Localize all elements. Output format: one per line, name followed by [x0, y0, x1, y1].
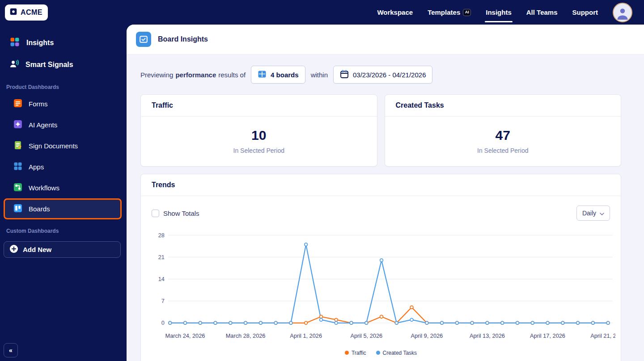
nav-all-teams-label: All Teams	[526, 8, 558, 16]
smart-signals-icon	[9, 59, 19, 71]
nav-workspace[interactable]: Workspace	[377, 0, 413, 25]
sidebar-item-insights[interactable]: Insights	[0, 32, 127, 54]
svg-text:28: 28	[158, 232, 165, 239]
acme-logo-text: ACME	[21, 8, 42, 17]
sidebar-item-ai-agents[interactable]: AI Agents	[4, 114, 122, 135]
boards-select-button[interactable]: 4 boards	[251, 66, 305, 84]
sidebar-item-boards-label: Boards	[29, 205, 50, 213]
trends-card-title: Trends	[141, 174, 621, 196]
chart-legend: Traffic Created Tasks	[141, 350, 621, 356]
svg-text:0: 0	[161, 319, 165, 326]
workflows-icon	[13, 182, 23, 193]
sign-documents-icon	[13, 140, 23, 151]
traffic-legend-label: Traffic	[352, 350, 366, 356]
svg-text:21: 21	[158, 254, 165, 260]
traffic-card: Traffic 10 In Selected Period	[140, 94, 377, 167]
preview-prefix: Previewing	[140, 71, 173, 79]
sidebar-item-forms[interactable]: Forms	[4, 93, 122, 114]
svg-text:April 13, 2026: April 13, 2026	[470, 332, 505, 339]
calendar-icon	[340, 70, 349, 80]
traffic-caption: In Selected Period	[141, 147, 377, 154]
show-totals-checkbox[interactable]	[152, 210, 159, 217]
page-title: Board Insights	[158, 35, 208, 43]
interval-select-value: Daily	[582, 210, 596, 217]
created-tasks-legend-dot	[376, 351, 380, 355]
svg-text:April 9, 2026: April 9, 2026	[411, 332, 443, 339]
sidebar-item-forms-label: Forms	[29, 100, 48, 108]
show-totals-label: Show Totals	[163, 210, 199, 217]
sidebar-item-sign-documents[interactable]: Sign Documents	[4, 135, 122, 156]
svg-text:March 24, 2026: March 24, 2026	[165, 332, 205, 339]
main-panel: Board Insights Previewing performance re…	[127, 25, 644, 361]
app-root: ACME Workspace Templates AI Insights All…	[0, 0, 644, 361]
main-content: Previewing performance results of 4 boar…	[127, 55, 644, 361]
preview-emphasis: performance	[175, 71, 216, 79]
legend-item-created-tasks[interactable]: Created Tasks	[376, 350, 417, 356]
sidebar-item-insights-label: Insights	[26, 39, 54, 47]
sidebar: Insights Smart Signals Product Dashboard…	[0, 25, 127, 361]
preview-filter-bar: Previewing performance results of 4 boar…	[140, 66, 621, 84]
created-tasks-card-title: Created Tasks	[385, 95, 621, 117]
traffic-card-title: Traffic	[141, 95, 377, 117]
preview-suffix: results of	[218, 71, 246, 79]
nav-all-teams[interactable]: All Teams	[526, 0, 558, 25]
date-range-button[interactable]: 03/23/2026 - 04/21/2026	[333, 66, 432, 84]
ai-badge: AI	[463, 9, 471, 16]
boards-select-label: 4 boards	[271, 71, 299, 79]
within-label: within	[311, 71, 328, 79]
boards-icon	[13, 203, 23, 214]
page-header: Board Insights	[127, 25, 644, 55]
topbar: ACME Workspace Templates AI Insights All…	[0, 0, 644, 25]
acme-logo[interactable]: ACME	[5, 4, 48, 21]
svg-text:14: 14	[158, 276, 165, 282]
top-nav: Workspace Templates AI Insights All Team…	[377, 0, 632, 25]
created-tasks-caption: In Selected Period	[385, 147, 621, 154]
apps-icon	[13, 161, 23, 172]
traffic-card-body: 10 In Selected Period	[141, 117, 377, 166]
legend-item-traffic[interactable]: Traffic	[345, 350, 366, 356]
nav-insights[interactable]: Insights	[486, 0, 512, 25]
created-tasks-card-body: 47 In Selected Period	[385, 117, 621, 166]
svg-text:April 17, 2026: April 17, 2026	[530, 332, 565, 339]
show-totals-toggle[interactable]: Show Totals	[152, 210, 199, 217]
sidebar-item-apps-label: Apps	[29, 163, 44, 171]
nav-insights-label: Insights	[486, 8, 512, 16]
svg-text:March 28, 2026: March 28, 2026	[226, 332, 266, 339]
plus-circle-icon	[9, 244, 18, 255]
created-tasks-card: Created Tasks 47 In Selected Period	[385, 94, 622, 167]
sidebar-item-boards[interactable]: Boards	[4, 198, 122, 219]
created-tasks-legend-label: Created Tasks	[383, 350, 417, 356]
user-avatar[interactable]	[613, 3, 632, 22]
sidebar-collapse-button[interactable]: «	[4, 343, 18, 357]
sidebar-item-apps[interactable]: Apps	[4, 156, 122, 177]
chevron-down-icon	[600, 210, 604, 217]
interval-select[interactable]: Daily	[576, 206, 610, 221]
sidebar-item-workflows[interactable]: Workflows	[4, 177, 122, 198]
svg-text:April 5, 2026: April 5, 2026	[350, 332, 382, 339]
collapse-chevrons-icon: «	[9, 347, 13, 354]
nav-templates[interactable]: Templates AI	[428, 0, 471, 25]
created-tasks-value: 47	[385, 128, 621, 143]
forms-icon	[13, 98, 23, 109]
svg-text:April 1, 2026: April 1, 2026	[290, 332, 322, 339]
sidebar-item-sign-documents-label: Sign Documents	[29, 142, 78, 150]
date-range-label: 03/23/2026 - 04/21/2026	[353, 71, 426, 79]
nav-support[interactable]: Support	[572, 0, 598, 25]
add-new-label: Add New	[23, 246, 51, 253]
trends-line-chart: 07142128March 24, 2026March 28, 2026Apri…	[146, 230, 615, 342]
section-label-product-dashboards: Product Dashboards	[0, 76, 127, 93]
board-insights-icon	[136, 32, 151, 47]
add-new-button[interactable]: Add New	[4, 241, 121, 258]
sidebar-item-smart-signals-label: Smart Signals	[25, 61, 73, 69]
preview-text: Previewing performance results of	[140, 71, 246, 79]
traffic-legend-dot	[345, 351, 349, 355]
ai-agents-icon	[13, 119, 23, 130]
section-label-custom-dashboards: Custom Dashboards	[0, 219, 127, 237]
trends-chart-area: 07142128March 24, 2026March 28, 2026Apri…	[141, 223, 621, 342]
board-table-icon	[258, 70, 267, 80]
svg-text:April 21, 2026: April 21, 2026	[590, 332, 615, 339]
sidebar-item-workflows-label: Workflows	[29, 184, 59, 192]
sidebar-item-smart-signals[interactable]: Smart Signals	[0, 54, 127, 76]
stat-cards-row: Traffic 10 In Selected Period Created Ta…	[140, 94, 621, 167]
insights-icon	[9, 37, 20, 49]
